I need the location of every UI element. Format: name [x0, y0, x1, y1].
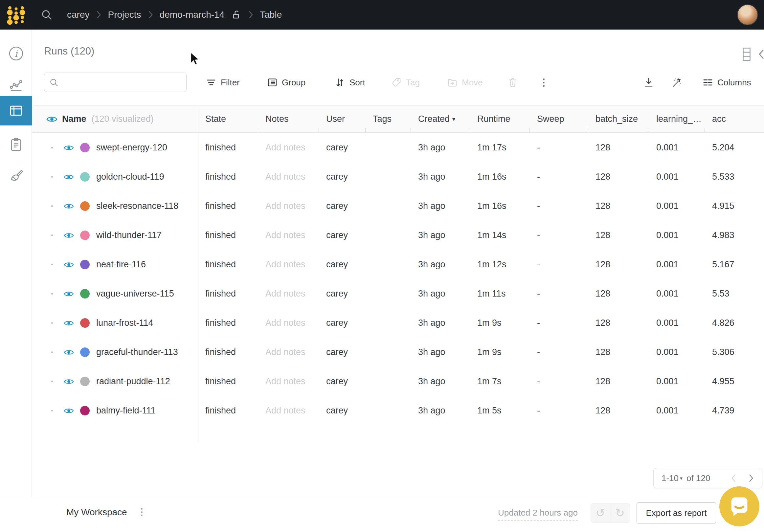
run-notes[interactable]: Add notes — [258, 142, 319, 153]
run-name-cell[interactable]: radiant-puddle-112 — [32, 367, 198, 396]
eye-icon[interactable] — [64, 319, 74, 327]
sort-button[interactable]: Sort — [334, 73, 365, 92]
filter-button[interactable]: Filter — [206, 73, 240, 92]
table-row[interactable]: balmy-field-111 finished Add notes carey… — [32, 396, 764, 425]
run-name-cell[interactable]: balmy-field-111 — [32, 396, 198, 425]
delete-button[interactable] — [507, 73, 518, 92]
table-row[interactable]: sleek-resonance-118 finished Add notes c… — [32, 191, 764, 221]
run-color-dot — [80, 172, 90, 182]
run-notes[interactable]: Add notes — [258, 318, 319, 328]
column-header-state[interactable]: State — [198, 106, 258, 132]
run-name-cell[interactable]: neat-fire-116 — [32, 250, 198, 279]
run-notes[interactable]: Add notes — [258, 376, 319, 387]
run-notes[interactable]: Add notes — [258, 230, 319, 241]
table-row[interactable]: graceful-thunder-113 finished Add notes … — [32, 338, 764, 367]
table-row[interactable]: swept-energy-120 finished Add notes care… — [32, 133, 764, 162]
table-row[interactable]: golden-cloud-119 finished Add notes care… — [32, 162, 764, 191]
column-header-created[interactable]: Created ▾ — [411, 106, 470, 132]
eye-icon[interactable] — [64, 290, 74, 297]
column-header-sweep[interactable]: Sweep — [530, 106, 588, 132]
eye-icon[interactable] — [64, 144, 74, 151]
run-name-cell[interactable]: sleek-resonance-118 — [32, 191, 198, 221]
sidebar-item-sweeps[interactable] — [0, 161, 32, 190]
column-header-tags[interactable]: Tags — [366, 106, 411, 132]
global-search-icon[interactable] — [41, 9, 53, 21]
sidebar-item-reports[interactable] — [0, 130, 32, 159]
breadcrumb-section[interactable]: Projects — [108, 10, 141, 20]
columns-button[interactable]: Columns — [702, 73, 751, 92]
move-button[interactable]: Move — [447, 73, 483, 92]
column-header-batch-size[interactable]: batch_size — [588, 106, 649, 132]
prev-page-icon[interactable] — [730, 474, 737, 482]
column-header-runtime[interactable]: Runtime — [470, 106, 530, 132]
table-row[interactable]: lunar-frost-114 finished Add notes carey… — [32, 308, 764, 338]
sidebar-item-overview[interactable]: i — [0, 39, 32, 68]
run-name-cell[interactable]: lunar-frost-114 — [32, 308, 198, 338]
run-name-link[interactable]: sleek-resonance-118 — [96, 201, 178, 211]
redo-button[interactable]: ↻ — [610, 503, 630, 523]
page-total-label: of 120 — [686, 473, 710, 483]
page-range-dropdown[interactable]: 1-10 — [662, 473, 678, 483]
group-button[interactable]: Group — [267, 73, 305, 92]
eye-icon[interactable] — [64, 173, 74, 181]
row-handle-dot — [51, 410, 53, 412]
breadcrumb-entity[interactable]: carey — [67, 10, 89, 20]
run-name-link[interactable]: golden-cloud-119 — [96, 172, 164, 182]
run-name-cell[interactable]: wild-thunder-117 — [32, 221, 198, 250]
run-name-link[interactable]: vague-universe-115 — [96, 289, 174, 299]
stacked-rows-icon[interactable] — [742, 47, 751, 61]
column-header-notes[interactable]: Notes — [258, 106, 319, 132]
eye-icon[interactable] — [64, 261, 74, 268]
run-notes[interactable]: Add notes — [258, 260, 319, 269]
magic-wand-button[interactable] — [671, 73, 682, 92]
more-actions-button[interactable]: ⋮ — [539, 73, 549, 92]
next-page-icon[interactable] — [748, 474, 754, 482]
run-notes[interactable]: Add notes — [258, 172, 319, 182]
run-name-link[interactable]: lunar-frost-114 — [96, 318, 153, 328]
eye-icon[interactable] — [64, 378, 74, 385]
run-name-link[interactable]: swept-energy-120 — [96, 142, 167, 153]
run-name-link[interactable]: graceful-thunder-113 — [96, 347, 178, 357]
eye-icon[interactable] — [64, 407, 74, 415]
breadcrumb-page[interactable]: Table — [260, 10, 282, 20]
run-notes[interactable]: Add notes — [258, 289, 319, 299]
column-header-name[interactable]: Name (120 visualized) — [32, 106, 198, 132]
run-name-link[interactable]: balmy-field-111 — [96, 406, 156, 416]
undo-button[interactable]: ↺ — [591, 503, 610, 523]
eye-icon[interactable] — [46, 115, 58, 123]
table-row[interactable]: neat-fire-116 finished Add notes carey 3… — [32, 250, 764, 279]
export-as-report-button[interactable]: Export as report — [637, 502, 716, 523]
export-csv-button[interactable] — [643, 73, 654, 92]
run-user: carey — [319, 260, 366, 269]
eye-icon[interactable] — [64, 349, 74, 356]
eye-icon[interactable] — [64, 232, 74, 239]
run-notes[interactable]: Add notes — [258, 347, 319, 357]
column-header-learning-rate[interactable]: learning_… — [649, 106, 705, 132]
tag-button[interactable]: Tag — [391, 73, 420, 92]
run-name-cell[interactable]: graceful-thunder-113 — [32, 338, 198, 367]
run-name-cell[interactable]: golden-cloud-119 — [32, 162, 198, 191]
user-avatar[interactable] — [737, 4, 758, 25]
breadcrumb-project[interactable]: demo-march-14 — [160, 10, 225, 20]
sidebar-item-table[interactable] — [0, 96, 32, 125]
eye-icon[interactable] — [64, 203, 74, 210]
table-row[interactable]: wild-thunder-117 finished Add notes care… — [32, 221, 764, 250]
table-row[interactable]: vague-universe-115 finished Add notes ca… — [32, 279, 764, 308]
unlock-icon[interactable] — [232, 10, 242, 20]
column-header-user[interactable]: User — [319, 106, 366, 132]
runs-search-input[interactable] — [62, 77, 181, 88]
collapse-panel-icon[interactable] — [758, 49, 764, 60]
runs-search-box[interactable] — [44, 73, 187, 92]
table-row[interactable]: radiant-puddle-112 finished Add notes ca… — [32, 367, 764, 396]
workspace-menu-kebab-icon[interactable]: ⋮ — [137, 506, 146, 517]
run-name-link[interactable]: neat-fire-116 — [96, 260, 146, 269]
wandb-logo[interactable] — [5, 4, 27, 26]
run-name-cell[interactable]: swept-energy-120 — [32, 133, 198, 162]
column-header-acc[interactable]: acc — [705, 106, 764, 132]
chat-help-button[interactable] — [719, 486, 759, 526]
run-notes[interactable]: Add notes — [258, 406, 319, 416]
run-name-cell[interactable]: vague-universe-115 — [32, 279, 198, 308]
run-notes[interactable]: Add notes — [258, 201, 319, 211]
run-name-link[interactable]: radiant-puddle-112 — [96, 376, 170, 387]
run-name-link[interactable]: wild-thunder-117 — [96, 230, 162, 241]
